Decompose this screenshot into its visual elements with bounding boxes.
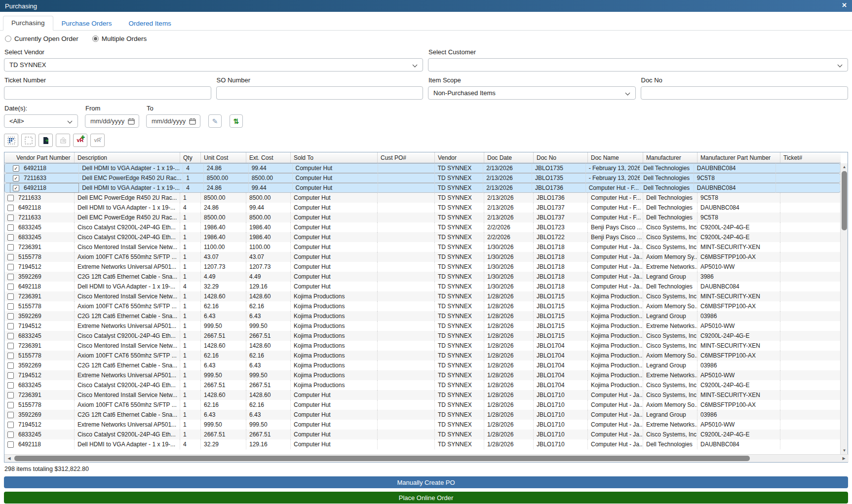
row-checkbox[interactable] bbox=[7, 372, 14, 379]
column-header-ext[interactable]: Ext. Cost bbox=[246, 152, 291, 163]
row-checkbox[interactable] bbox=[7, 284, 14, 290]
ticket-number-input[interactable] bbox=[4, 86, 211, 100]
table-row[interactable]: 7236391Cisco Mentored Install Service Ne… bbox=[4, 341, 841, 351]
row-checkbox[interactable] bbox=[7, 412, 14, 418]
row-checkbox[interactable] bbox=[7, 432, 14, 438]
vendor-select[interactable]: TD SYNNEX bbox=[4, 58, 423, 72]
table-row[interactable]: ✓6492118Dell HDMI to VGA Adapter - 1 x 1… bbox=[4, 163, 841, 173]
scroll-right-icon[interactable]: ▶ bbox=[840, 455, 848, 462]
row-checkbox[interactable] bbox=[7, 234, 14, 241]
table-row[interactable]: 3592269C2G 12ft Cat6 Ethernet Cable - Sn… bbox=[4, 360, 841, 370]
table-row[interactable]: 3592269C2G 12ft Cat6 Ethernet Cable - Sn… bbox=[4, 410, 841, 420]
row-checkbox[interactable] bbox=[7, 333, 14, 339]
to-date-input[interactable]: mm/dd/yyyy bbox=[146, 114, 200, 128]
vertical-scroll-thumb[interactable] bbox=[842, 171, 847, 230]
clear-dates-button[interactable]: ✎ bbox=[208, 114, 222, 128]
column-header-vendor[interactable]: Vendor bbox=[435, 152, 484, 163]
row-checkbox[interactable] bbox=[7, 353, 14, 359]
dates-select[interactable]: <All> bbox=[4, 114, 78, 128]
customer-select[interactable] bbox=[428, 58, 848, 72]
table-row[interactable]: 6492118Dell HDMI to VGA Adapter - 1 x 19… bbox=[4, 439, 841, 449]
tab-purchasing[interactable]: Purchasing bbox=[3, 16, 53, 31]
vertical-scrollbar[interactable]: ▲ ▼ bbox=[840, 163, 848, 454]
row-checkbox[interactable] bbox=[7, 293, 14, 300]
table-row[interactable]: 5155778Axiom 100FT CAT6 550mhz S/FTP ...… bbox=[4, 400, 841, 410]
horizontal-scrollbar[interactable]: ◀ ▶ bbox=[4, 454, 849, 462]
place-online-order-button[interactable]: Place Online Order bbox=[4, 492, 848, 504]
scroll-down-icon[interactable]: ▼ bbox=[841, 447, 848, 454]
table-row[interactable]: 6833245Cisco Catalyst C9200L-24P-4G Eth.… bbox=[4, 380, 841, 390]
row-checkbox[interactable] bbox=[7, 195, 14, 201]
calendar-icon[interactable] bbox=[128, 118, 135, 125]
table-row[interactable]: 5155778Axiom 100FT CAT6 550mhz S/FTP ...… bbox=[4, 301, 841, 311]
row-checkbox[interactable] bbox=[7, 362, 14, 369]
column-header-cust_po[interactable]: Cust PO# bbox=[378, 152, 435, 163]
vendor-request-add-button[interactable]: vR✚ bbox=[73, 134, 87, 147]
select-all-button[interactable] bbox=[4, 134, 18, 147]
from-date-input[interactable]: mm/dd/yyyy bbox=[85, 114, 139, 128]
table-row[interactable]: 6492118Dell HDMI to VGA Adapter - 1 x 19… bbox=[4, 282, 841, 291]
table-row[interactable]: 7194512Extreme Networks Universal AP501.… bbox=[4, 262, 841, 272]
column-header-ticket[interactable]: Ticket# bbox=[780, 152, 841, 163]
table-row[interactable]: 7236391Cisco Mentored Install Service Ne… bbox=[4, 390, 841, 400]
column-header-doc_name[interactable]: Doc Name bbox=[588, 152, 643, 163]
row-checkbox[interactable] bbox=[7, 382, 14, 389]
row-checkbox[interactable] bbox=[7, 323, 14, 329]
tab-purchase-orders[interactable]: Purchase Orders bbox=[53, 16, 120, 31]
table-row[interactable]: 6833245Cisco Catalyst C9200L-24P-4G Eth.… bbox=[4, 232, 841, 242]
scroll-left-icon[interactable]: ◀ bbox=[5, 455, 13, 462]
calendar-icon[interactable] bbox=[189, 118, 196, 125]
doc-no-input[interactable] bbox=[641, 86, 849, 100]
column-header-doc_date[interactable]: Doc Date bbox=[484, 152, 534, 163]
column-header-part[interactable]: Vendor Part Number bbox=[4, 152, 75, 163]
row-checkbox[interactable] bbox=[7, 264, 14, 270]
table-row[interactable]: 5155778Axiom 100FT CAT6 550mhz S/FTP ...… bbox=[4, 351, 841, 360]
table-row[interactable]: 3592269C2G 12ft Cat6 Ethernet Cable - Sn… bbox=[4, 272, 841, 282]
table-row[interactable]: 7211633Dell EMC PowerEdge R450 2U Rac...… bbox=[4, 193, 841, 203]
row-checkbox[interactable] bbox=[7, 441, 14, 448]
row-checkbox[interactable] bbox=[7, 343, 14, 349]
row-checkbox[interactable] bbox=[7, 422, 14, 428]
radio-currently-open-order[interactable]: Currently Open Order bbox=[5, 35, 78, 42]
column-header-desc[interactable]: Description bbox=[75, 152, 180, 163]
manually-create-po-button[interactable]: Manually Create PO bbox=[4, 476, 848, 488]
table-row[interactable]: 6833245Cisco Catalyst C9200L-24P-4G Eth.… bbox=[4, 331, 841, 341]
so-number-input[interactable] bbox=[216, 86, 424, 100]
row-checkbox[interactable] bbox=[7, 205, 14, 211]
radio-selected-icon[interactable] bbox=[92, 36, 99, 42]
row-checkbox[interactable] bbox=[7, 224, 14, 231]
column-header-unit[interactable]: Unit Cost bbox=[201, 152, 246, 163]
row-checkbox[interactable] bbox=[7, 392, 14, 398]
refresh-button[interactable]: ⇅ bbox=[230, 114, 243, 128]
column-header-mfr[interactable]: Manufacturer bbox=[643, 152, 697, 163]
table-row[interactable]: 3592269C2G 12ft Cat6 Ethernet Cable - Sn… bbox=[4, 311, 841, 321]
close-icon[interactable]: ✕ bbox=[842, 1, 847, 9]
column-header-doc_no[interactable]: Doc No bbox=[534, 152, 588, 163]
column-header-qty[interactable]: Qty bbox=[180, 152, 201, 163]
radio-icon[interactable] bbox=[5, 36, 11, 42]
table-row[interactable]: ✓7211633Dell EMC PowerEdge R450 2U Rac..… bbox=[4, 173, 841, 183]
row-checkbox[interactable] bbox=[7, 215, 14, 221]
tab-ordered-items[interactable]: Ordered Items bbox=[120, 16, 180, 31]
horizontal-scroll-thumb[interactable] bbox=[14, 456, 750, 461]
table-row[interactable]: 6492118Dell HDMI to VGA Adapter - 1 x 19… bbox=[4, 203, 841, 213]
clear-selection-button[interactable] bbox=[21, 134, 36, 147]
row-checkbox-checked[interactable]: ✓ bbox=[13, 185, 19, 191]
table-row[interactable]: 7236391Cisco Mentored Install Service Ne… bbox=[4, 291, 841, 301]
radio-multiple-orders[interactable]: Multiple Orders bbox=[92, 35, 147, 42]
row-checkbox-checked[interactable]: ✓ bbox=[13, 175, 19, 181]
table-row[interactable]: 7236391Cisco Mentored Install Service Ne… bbox=[4, 242, 841, 252]
table-row[interactable]: 6833245Cisco Catalyst C9200L-24P-4G Eth.… bbox=[4, 222, 841, 232]
column-header-sold[interactable]: Sold To bbox=[291, 152, 378, 163]
row-checkbox-checked[interactable]: ✓ bbox=[13, 165, 19, 172]
scroll-up-icon[interactable]: ▲ bbox=[841, 163, 848, 171]
item-scope-select[interactable]: Non-Purchased Items bbox=[428, 86, 636, 100]
table-row[interactable]: 7194512Extreme Networks Universal AP501.… bbox=[4, 321, 841, 331]
table-row[interactable]: 7194512Extreme Networks Universal AP501.… bbox=[4, 370, 841, 380]
table-row[interactable]: 7211633Dell EMC PowerEdge R450 2U Rac...… bbox=[4, 213, 841, 222]
row-checkbox[interactable] bbox=[7, 244, 14, 251]
row-checkbox[interactable] bbox=[7, 303, 14, 310]
table-row[interactable]: 6833245Cisco Catalyst C9200L-24P-4G Eth.… bbox=[4, 430, 841, 439]
table-row[interactable]: 7194512Extreme Networks Universal AP501.… bbox=[4, 420, 841, 430]
row-checkbox[interactable] bbox=[7, 274, 14, 280]
